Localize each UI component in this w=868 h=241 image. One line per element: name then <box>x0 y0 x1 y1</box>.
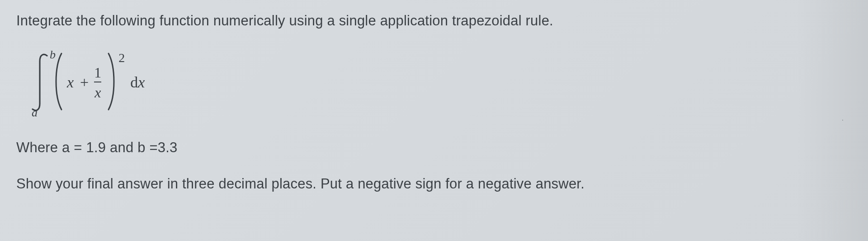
integrand: x + 1 x <box>63 65 107 100</box>
fraction: 1 x <box>94 65 101 100</box>
exponent: 2 <box>118 51 125 65</box>
plus-operator: + <box>76 74 92 91</box>
where-clause: Where a = 1.9 and b =3.3 <box>16 140 852 156</box>
integral-expression: b a x + 1 x 2 dx <box>25 51 852 114</box>
lower-limit: a <box>32 106 38 120</box>
right-paren-icon <box>107 52 118 113</box>
variable-x: x <box>67 74 76 91</box>
upper-limit: b <box>50 48 56 62</box>
problem-statement: Integrate the following function numeric… <box>16 13 852 29</box>
answer-instruction: Show your final answer in three decimal … <box>16 176 852 192</box>
page-artifact: · <box>842 116 846 120</box>
integral-sign-icon: b a <box>25 51 52 114</box>
differential: dx <box>130 74 145 91</box>
vignette-overlay <box>796 0 868 241</box>
fraction-denominator: x <box>94 82 101 100</box>
fraction-numerator: 1 <box>94 65 101 82</box>
